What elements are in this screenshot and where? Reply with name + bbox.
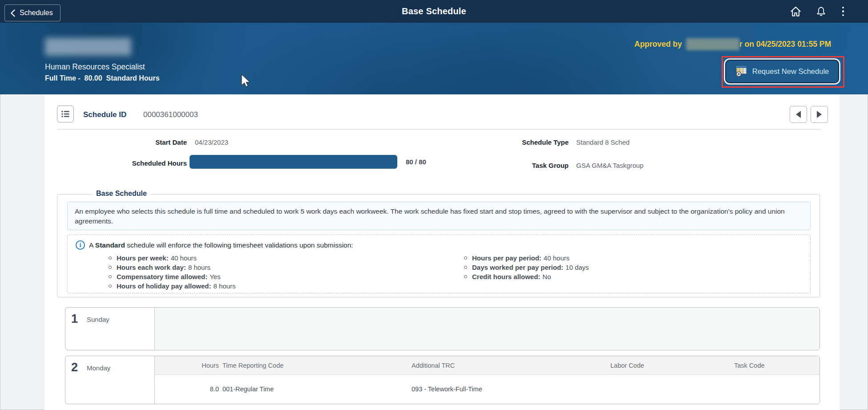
schedule-description: An employee who selects this schedule is… bbox=[67, 202, 811, 230]
validation-item: Hours each work day:8 hours bbox=[109, 263, 236, 272]
employment-type-hours: Full Time - 80.00 Standard Hours bbox=[45, 74, 160, 82]
employee-banner: Human Resources Specialist Full Time - 8… bbox=[0, 23, 868, 94]
kebab-menu-icon[interactable] bbox=[840, 6, 846, 17]
job-title: Human Resources Specialist bbox=[45, 62, 145, 72]
start-date-label: Start Date bbox=[80, 138, 187, 146]
schedule-list-button[interactable] bbox=[57, 106, 74, 122]
page-title: Base Schedule bbox=[402, 0, 466, 23]
arrow-right-icon bbox=[817, 111, 822, 118]
base-schedule-groupbox: Base Schedule An employee who selects th… bbox=[57, 194, 820, 297]
chevron-left-icon bbox=[11, 9, 15, 17]
validations-list-right: Hours per pay period:40 hours Days worke… bbox=[464, 253, 589, 281]
home-icon[interactable] bbox=[790, 6, 802, 17]
day-name: Monday bbox=[87, 364, 110, 372]
day-row-monday: 2 Monday Hours Time Reporting Code Addit… bbox=[65, 356, 820, 404]
request-new-schedule-button[interactable]: Request New Schedule bbox=[725, 60, 839, 83]
schedule-id-value: 0000361000003 bbox=[143, 110, 198, 119]
column-header-additional-trc: Additional TRC bbox=[412, 362, 610, 369]
task-group-value: GSA GM&A Taskgroup bbox=[576, 162, 643, 169]
employee-name-redacted bbox=[45, 38, 131, 56]
column-header-labor-code: Labor Code bbox=[610, 362, 734, 369]
column-header-hours: Hours bbox=[155, 362, 219, 369]
new-schedule-grid-icon bbox=[735, 66, 747, 77]
scheduled-hours-label: Scheduled Hours bbox=[80, 159, 187, 167]
scheduled-hours-progress-bar bbox=[190, 155, 397, 169]
schedule-content-card: Schedule ID 0000361000003 Start Date 04/… bbox=[44, 94, 840, 410]
cell-additional-trc: 093 - Telework-Full-Time bbox=[412, 375, 610, 393]
validation-item: Days worked per pay period:10 days bbox=[464, 263, 589, 272]
validations-intro: A Standard schedule will enforce the fol… bbox=[89, 241, 353, 249]
schedule-table-header: Hours Time Reporting Code Additional TRC… bbox=[155, 356, 820, 375]
day-number: 1 bbox=[71, 312, 78, 326]
validation-item: Credit hours allowed:No bbox=[464, 272, 589, 281]
day-row-sunday: 1 Sunday bbox=[65, 307, 820, 350]
schedule-table-row: 8.0 001-Regular Time 093 - Telework-Full… bbox=[155, 375, 820, 404]
approved-date-text: r on 04/25/2023 01:55 PM bbox=[739, 40, 831, 49]
day-label-cell: 2 Monday bbox=[65, 356, 155, 404]
info-icon: i bbox=[76, 240, 85, 250]
next-schedule-button[interactable] bbox=[811, 106, 828, 123]
cell-time-reporting-code: 001-Regular Time bbox=[219, 375, 412, 393]
column-header-task-code: Task Code bbox=[734, 362, 820, 369]
base-schedule-legend: Base Schedule bbox=[92, 190, 151, 198]
task-group-label: Task Group bbox=[462, 162, 569, 169]
day-number: 2 bbox=[71, 361, 78, 374]
schedule-id-label: Schedule ID bbox=[83, 110, 126, 119]
back-button-label: Schedules bbox=[20, 9, 53, 17]
day-label-cell: 1 Sunday bbox=[65, 308, 155, 350]
approval-status-line: Approved by r on 04/25/2023 01:55 PM bbox=[634, 38, 831, 50]
day-name: Sunday bbox=[87, 316, 109, 323]
header-divider bbox=[57, 129, 821, 130]
approver-name-redacted bbox=[686, 38, 739, 50]
validation-item: Hours per pay period:40 hours bbox=[464, 253, 589, 263]
validation-item: Hours of holiday pay allowed:8 hours bbox=[109, 281, 236, 291]
cell-task-code bbox=[734, 375, 820, 386]
start-date-value: 04/23/2023 bbox=[195, 138, 228, 146]
previous-schedule-button[interactable] bbox=[790, 106, 807, 123]
scheduled-hours-value: 80 / 80 bbox=[406, 158, 426, 166]
day-empty-area bbox=[155, 308, 820, 350]
request-new-schedule-label: Request New Schedule bbox=[752, 67, 829, 76]
validation-item: Compensatory time allowed:Yes bbox=[109, 272, 236, 281]
list-icon bbox=[61, 110, 70, 118]
cell-hours: 8.0 bbox=[155, 375, 219, 393]
arrow-left-icon bbox=[796, 111, 801, 118]
column-header-time-reporting-code: Time Reporting Code bbox=[219, 362, 412, 369]
validation-item: Hours per week:40 hours bbox=[109, 253, 236, 263]
top-navigation-bar: Schedules Base Schedule bbox=[0, 0, 868, 23]
validations-info-box: i A Standard schedule will enforce the f… bbox=[67, 235, 811, 293]
back-to-schedules-button[interactable]: Schedules bbox=[4, 4, 61, 21]
base-schedule-page: Schedules Base Schedule Human Resources … bbox=[0, 0, 868, 410]
approved-by-text: Approved by bbox=[634, 40, 682, 49]
schedule-type-label: Schedule Type bbox=[462, 138, 569, 146]
schedule-type-value: Standard 8 Sched bbox=[576, 138, 630, 146]
validations-list-left: Hours per week:40 hours Hours each work … bbox=[109, 253, 236, 291]
notifications-bell-icon[interactable] bbox=[816, 5, 827, 17]
cell-labor-code bbox=[610, 375, 734, 386]
